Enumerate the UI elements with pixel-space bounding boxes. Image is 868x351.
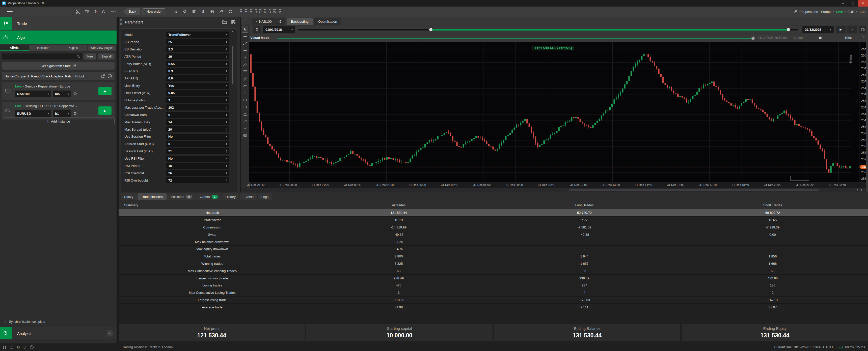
playback-handle[interactable] <box>751 37 755 40</box>
workspaces-icon[interactable] <box>84 9 89 14</box>
tab-optimisation[interactable]: Optimisation <box>314 18 341 25</box>
more-icon[interactable]: ⋯ <box>284 10 287 13</box>
start-date-dropdown[interactable]: 01/01/2018▾ <box>263 26 295 33</box>
stepper-arrows-icon[interactable]: ▲▼ <box>226 99 227 102</box>
new-cbot-button[interactable]: New <box>84 54 96 60</box>
instance-settings-gear-icon[interactable]: ⚙ <box>73 111 77 116</box>
parameter-stepper[interactable]: 72▲▼ <box>166 177 229 183</box>
end-date-dropdown[interactable]: 31/12/2025▾ <box>802 26 834 33</box>
main-menu-icon[interactable] <box>7 10 12 13</box>
parameter-dropdown[interactable]: TrendFollower▾ <box>166 32 229 38</box>
sidebar-item-algo[interactable]: Algo <box>0 31 117 44</box>
parameter-stepper[interactable]: 3▲▼ <box>166 97 229 103</box>
results-tab-positions[interactable]: Positions0 <box>167 193 195 200</box>
text-tool-icon[interactable]: T <box>242 90 248 96</box>
timeframe-dropdown[interactable]: m5▾ <box>53 91 71 97</box>
results-tab-equity[interactable]: Equity <box>121 193 137 200</box>
timeframe-preset-icon[interactable]: m <box>250 9 252 14</box>
start-instance-button[interactable]: ▶ <box>98 106 112 115</box>
timeframe-preset-icon[interactable]: R <box>264 9 266 14</box>
globe-icon[interactable] <box>210 9 215 14</box>
close-button[interactable]: ✕ <box>858 0 868 6</box>
timeframe-preset-icon[interactable]: R <box>255 9 257 14</box>
timeframe-preset-icon[interactable]: M <box>279 9 281 14</box>
parameter-stepper[interactable]: 21▲▼ <box>166 148 229 154</box>
speed-slider[interactable] <box>807 38 819 38</box>
add-instance-button[interactable]: + Add instance <box>2 118 115 125</box>
parameter-stepper[interactable]: 102▲▼ <box>166 104 229 110</box>
chart-icon[interactable] <box>173 9 178 14</box>
instance-card[interactable]: Live • Genius • Pepperstone - EuropeNAS1… <box>2 82 115 100</box>
results-tab-orders[interactable]: Orders1 <box>196 193 221 200</box>
back-button[interactable]: Back <box>123 8 140 15</box>
stepper-arrows-icon[interactable]: ▲▼ <box>226 114 227 116</box>
sidebar-tab-cbots[interactable]: cBots <box>0 45 29 51</box>
date-range-slider[interactable] <box>298 29 798 31</box>
sidebar-tab-indicators[interactable]: Indicators <box>29 45 59 51</box>
time-axis[interactable]: 30 Dec 21:4031 Dec 00:0031 Dec 01:2031 D… <box>250 182 868 188</box>
bell-icon[interactable] <box>23 345 27 349</box>
parameter-stepper[interactable]: 2.3▲▼ <box>166 46 229 52</box>
equidistant-channel-tool-icon[interactable] <box>242 62 248 68</box>
table-row[interactable]: Net profit121 530.4452 720.7268 809.72 <box>119 209 868 217</box>
parameter-stepper[interactable]: 6▲▼ <box>166 112 229 118</box>
parameter-stepper[interactable]: 0.55▲▼ <box>166 61 229 67</box>
sidebar-item-trade[interactable]: Trade <box>0 17 117 30</box>
start-instance-button[interactable]: ▶ <box>98 87 112 95</box>
vertical-line-tool-icon[interactable] <box>242 55 248 61</box>
timeframe-preset-icon[interactable]: R <box>259 9 261 14</box>
dollar-icon[interactable]: $ <box>200 9 206 14</box>
parameter-stepper[interactable]: 25▲▼ <box>166 39 229 45</box>
sidebar-tab-plugins[interactable]: Plugins <box>58 45 88 51</box>
stepper-arrows-icon[interactable]: ▲▼ <box>226 106 227 109</box>
ellipse-tool-icon[interactable] <box>242 104 248 110</box>
timeframe-preset-icon[interactable]: m <box>240 9 242 14</box>
sound-muted-icon[interactable] <box>93 9 98 14</box>
snap-to-end-icon[interactable]: ● <box>857 188 858 191</box>
table-row[interactable]: Swap-49.38-49.380.00 <box>119 231 868 238</box>
stepper-arrows-icon[interactable]: ▲▼ <box>226 48 227 51</box>
stop-backtest-button[interactable]: ■ <box>847 26 858 33</box>
triangle-tool-icon[interactable] <box>242 111 248 117</box>
results-tab-history[interactable]: History <box>222 193 239 200</box>
symbol-dropdown[interactable]: EURUSD▾ <box>15 110 51 117</box>
stepper-arrows-icon[interactable]: ▲▼ <box>226 172 227 174</box>
parameter-stepper[interactable]: 6▲▼ <box>166 141 229 147</box>
table-row[interactable]: Profit factor10.197.7713.65 <box>119 217 868 224</box>
backtest-settings-gear-icon[interactable]: ⚙ <box>253 26 261 33</box>
search-input[interactable] <box>2 54 82 60</box>
scroll-up-icon[interactable]: ▲ <box>231 30 234 33</box>
table-row[interactable]: Losing trades475287188 <box>119 282 868 289</box>
brush-tool-icon[interactable] <box>242 125 248 131</box>
symbol-dropdown[interactable]: NAS100▾ <box>15 91 51 97</box>
stepper-arrows-icon[interactable]: ▲▼ <box>226 121 227 124</box>
save-parameters-icon[interactable] <box>231 20 236 25</box>
scroll-end-icon[interactable]: ▶ <box>861 188 863 191</box>
help-icon[interactable]: ? <box>30 345 34 349</box>
sidebar-item-analyze[interactable]: Analyze ∧ <box>0 327 117 340</box>
scrollbar-thumb[interactable] <box>569 189 819 191</box>
search-icon[interactable] <box>182 9 187 14</box>
link-icon[interactable] <box>219 9 224 14</box>
sidebar-tab-webview-plugins[interactable]: WebView plugins <box>88 45 117 51</box>
crosshair-tool-icon[interactable] <box>242 33 248 39</box>
timeframe-preset-icon[interactable]: m <box>245 9 247 14</box>
stepper-arrows-icon[interactable]: ▲▼ <box>226 179 227 182</box>
table-row[interactable]: Largest losing trade-173.53-173.53-167.9… <box>119 296 868 304</box>
results-tab-trade-statistics[interactable]: Trade statistics <box>137 193 166 200</box>
table-row[interactable]: Largest winning trade938.49938.49432.68 <box>119 275 868 282</box>
chart-scrollbar[interactable]: ● ▶ <box>241 188 866 192</box>
language-button[interactable]: EN <box>110 10 116 13</box>
parameter-dropdown[interactable]: No▾ <box>166 156 229 162</box>
tab-backtesting[interactable]: Backtesting <box>287 18 313 25</box>
price-chart[interactable]: 25520.025510.025500.025490.025480.025470… <box>249 42 866 182</box>
table-row[interactable]: Winning trades3 3251 6571 668 <box>119 260 868 267</box>
share-icon[interactable] <box>101 74 105 78</box>
table-row[interactable]: Total trades3 8001 9441 856 <box>119 253 868 260</box>
drag-handle-icon[interactable] <box>120 19 122 26</box>
speed-handle[interactable] <box>819 37 822 39</box>
camera-tool-icon[interactable] <box>242 132 248 138</box>
stepper-arrows-icon[interactable]: ▲▼ <box>226 41 227 43</box>
maximize-button[interactable]: ▢ <box>848 0 858 6</box>
results-tab-logs[interactable]: Logs <box>258 193 272 200</box>
